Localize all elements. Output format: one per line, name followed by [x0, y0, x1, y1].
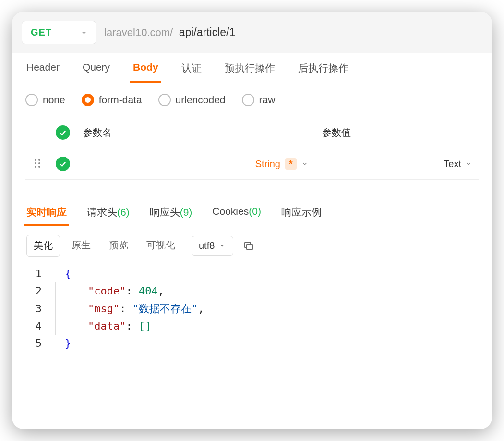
checkmark-icon [56, 125, 70, 140]
param-type-label: String [255, 159, 280, 170]
radio-label: urlencoded [176, 94, 226, 106]
code-content: "code": 404, [65, 282, 164, 300]
response-section: 实时响应请求头(6)响应头(9)Cookies(0)响应示例 美化原生预览可视化… [12, 199, 492, 429]
radio-label: none [43, 94, 65, 106]
response-tabs: 实时响应请求头(6)响应头(9)Cookies(0)响应示例 [12, 199, 492, 226]
svg-point-3 [38, 162, 40, 164]
radio-label: raw [259, 94, 276, 106]
body-type-raw[interactable]: raw [242, 94, 276, 106]
code-content: "data": [] [65, 318, 151, 335]
body-type-none[interactable]: none [25, 94, 65, 106]
view-mode-美化[interactable]: 美化 [26, 235, 60, 257]
radio-label: form-data [99, 94, 142, 106]
view-mode-预览[interactable]: 预览 [102, 235, 135, 257]
param-name-cell[interactable]: String * [76, 148, 315, 179]
tab-query[interactable]: Query [83, 61, 110, 83]
tab-后执行操作[interactable]: 后执行操作 [298, 61, 348, 83]
line-number: 2 [26, 282, 55, 300]
response-tab-实时响应[interactable]: 实时响应 [26, 199, 67, 226]
radio-icon [82, 94, 94, 106]
line-number: 5 [26, 335, 55, 352]
tab-body[interactable]: Body [133, 61, 158, 83]
param-name-header: 参数名 [76, 117, 315, 148]
view-toolbar: 美化原生预览可视化 utf8 [12, 226, 492, 265]
svg-point-0 [35, 159, 36, 161]
response-tab-响应示例[interactable]: 响应示例 [281, 199, 322, 226]
response-tab-响应头[interactable]: 响应头(9) [150, 199, 192, 226]
param-value-header: 参数值 [315, 117, 479, 148]
value-type-label: Text [444, 159, 461, 170]
params-table: 参数名 参数值 String [25, 117, 479, 180]
encoding-select[interactable]: utf8 [192, 236, 233, 256]
params-header-row: 参数名 参数值 [25, 117, 479, 148]
code-line: 2"code": 404, [26, 282, 478, 300]
line-number: 3 [26, 300, 55, 318]
code-content: "msg": "数据不存在", [65, 300, 204, 318]
url-path: api/article/1 [179, 26, 236, 38]
svg-point-4 [35, 166, 36, 168]
tab-header[interactable]: Header [26, 61, 60, 83]
response-tab-count: (6) [117, 207, 130, 218]
response-tab-label: 响应示例 [281, 207, 322, 218]
chevron-down-icon [301, 160, 308, 167]
code-content: } [65, 335, 71, 352]
line-number: 4 [26, 318, 55, 335]
main-tabs: HeaderQueryBody认证预执行操作后执行操作 [12, 53, 492, 83]
view-mode-可视化[interactable]: 可视化 [140, 235, 182, 257]
api-client-window: GET laravel10.com/ api/article/1 HeaderQ… [12, 12, 492, 429]
row-check[interactable] [49, 157, 76, 171]
checkmark-icon [56, 157, 70, 171]
chevron-down-icon [81, 29, 87, 36]
view-mode-原生[interactable]: 原生 [65, 235, 97, 257]
radio-icon [25, 94, 38, 106]
encoding-label: utf8 [199, 240, 215, 251]
radio-icon [158, 94, 171, 106]
params-row: String * Text [25, 148, 479, 179]
response-tab-label: 实时响应 [26, 207, 67, 218]
svg-point-2 [35, 162, 36, 164]
svg-point-1 [38, 159, 40, 161]
body-type-form-data[interactable]: form-data [82, 94, 142, 106]
response-body[interactable]: 1{2"code": 404,3"msg": "数据不存在",4"data": … [12, 265, 492, 362]
response-tab-请求头[interactable]: 请求头(6) [87, 199, 130, 226]
svg-rect-6 [247, 244, 252, 250]
required-badge: * [285, 158, 297, 170]
chevron-down-icon [465, 160, 472, 167]
drag-dots-icon [34, 158, 41, 170]
line-number: 1 [26, 265, 55, 282]
url-bar[interactable]: laravel10.com/ api/article/1 [104, 26, 235, 39]
chevron-down-icon [219, 243, 226, 249]
code-line: 1{ [26, 265, 478, 282]
code-content: { [65, 265, 71, 282]
check-all[interactable] [49, 125, 76, 140]
url-host: laravel10.com/ [104, 26, 173, 38]
method-select[interactable]: GET [22, 21, 96, 44]
tab-认证[interactable]: 认证 [181, 61, 202, 83]
code-line: 5} [26, 335, 478, 352]
response-tab-Cookies[interactable]: Cookies(0) [212, 199, 261, 226]
param-type-select[interactable]: String * [255, 158, 308, 170]
response-tab-label: 请求头 [87, 207, 117, 218]
request-bar: GET laravel10.com/ api/article/1 [12, 12, 492, 53]
code-line: 4"data": [] [26, 318, 478, 335]
method-label: GET [31, 27, 52, 38]
svg-point-5 [38, 166, 40, 168]
response-tab-label: Cookies [212, 206, 249, 217]
radio-icon [242, 94, 254, 106]
body-type-urlencoded[interactable]: urlencoded [158, 94, 226, 106]
code-line: 3"msg": "数据不存在", [26, 300, 478, 318]
drag-handle[interactable] [25, 158, 49, 170]
param-value-cell[interactable]: Text [315, 148, 479, 179]
body-type-radios: noneform-dataurlencodedraw [12, 83, 492, 117]
copy-icon[interactable] [243, 240, 254, 252]
value-type-select[interactable]: Text [444, 159, 472, 170]
response-tab-count: (0) [249, 206, 261, 217]
tab-预执行操作[interactable]: 预执行操作 [225, 61, 275, 83]
response-tab-count: (9) [180, 207, 192, 218]
response-tab-label: 响应头 [150, 207, 180, 218]
